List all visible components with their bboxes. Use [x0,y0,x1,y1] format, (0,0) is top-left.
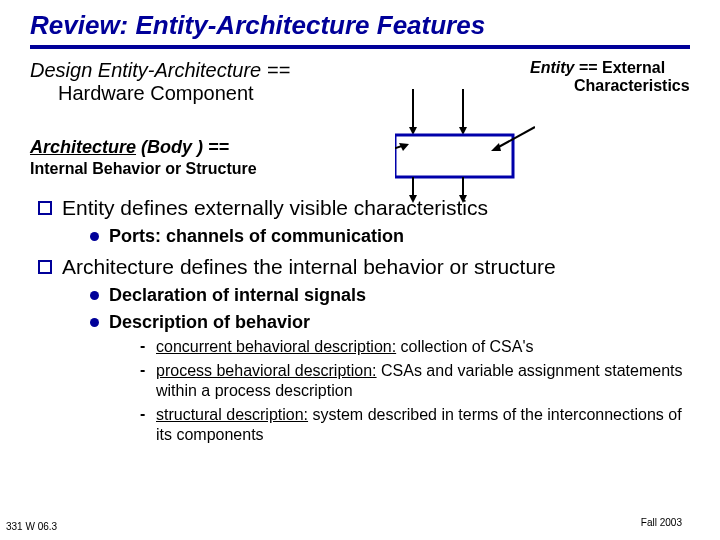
entity-word: Entity [530,59,574,76]
svg-marker-1 [409,127,417,135]
architecture-body-eq: (Body ) == [136,137,229,157]
bullet-declaration: Declaration of internal signals [90,285,690,306]
bullet-architecture-text: Architecture defines the internal behavi… [62,255,556,279]
concurrent-rest: collection of CSA's [396,338,533,355]
dot-bullet-icon [90,291,99,300]
dot-bullet-icon [90,232,99,241]
bullet-description-text: Description of behavior [109,312,310,333]
bullet-architecture: Architecture defines the internal behavi… [38,255,690,279]
bullet-structural: - structural description: system describ… [140,405,690,445]
slide-number: 331 W 06.3 [6,521,57,532]
svg-marker-3 [459,127,467,135]
architecture-sub: Internal Behavior or Structure [30,160,257,177]
bullet-declaration-text: Declaration of internal signals [109,285,366,306]
entity-external-label: Entity == External Characteristics [530,59,710,94]
dash-bullet-icon: - [140,361,148,401]
square-bullet-icon [38,201,52,215]
bullet-structural-text: structural description: system described… [156,405,690,445]
title-underline [30,45,690,49]
bullet-process: - process behavioral description: CSAs a… [140,361,690,401]
bullet-ports-text: Ports: channels of communication [109,226,404,247]
dot-bullet-icon [90,318,99,327]
concurrent-label: concurrent behavioral description: [156,338,396,355]
bullet-entity-text: Entity defines externally visible charac… [62,196,488,220]
bullet-ports: Ports: channels of communication [90,226,690,247]
slide-body: Design Entity-Architecture == Hardware C… [0,59,720,445]
dash-bullet-icon: - [140,405,148,445]
entity-characteristics: Characteristics [574,77,690,95]
slide-title: Review: Entity-Architecture Features [0,0,720,45]
bullet-concurrent: - concurrent behavioral description: col… [140,337,690,357]
bullet-description: Description of behavior [90,312,690,333]
square-bullet-icon [38,260,52,274]
dash-bullet-icon: - [140,337,148,357]
architecture-body-label: Architecture (Body ) == Internal Behavio… [30,137,690,178]
structural-label: structural description: [156,406,308,423]
bullet-process-text: process behavioral description: CSAs and… [156,361,690,401]
bullet-list: Entity defines externally visible charac… [30,196,690,445]
bullet-concurrent-text: concurrent behavioral description: colle… [156,337,533,357]
bullet-entity: Entity defines externally visible charac… [38,196,690,220]
entity-eq-external: == External [574,59,665,76]
term-label: Fall 2003 [641,517,682,528]
architecture-underlined: Architecture [30,137,136,157]
process-label: process behavioral description: [156,362,377,379]
